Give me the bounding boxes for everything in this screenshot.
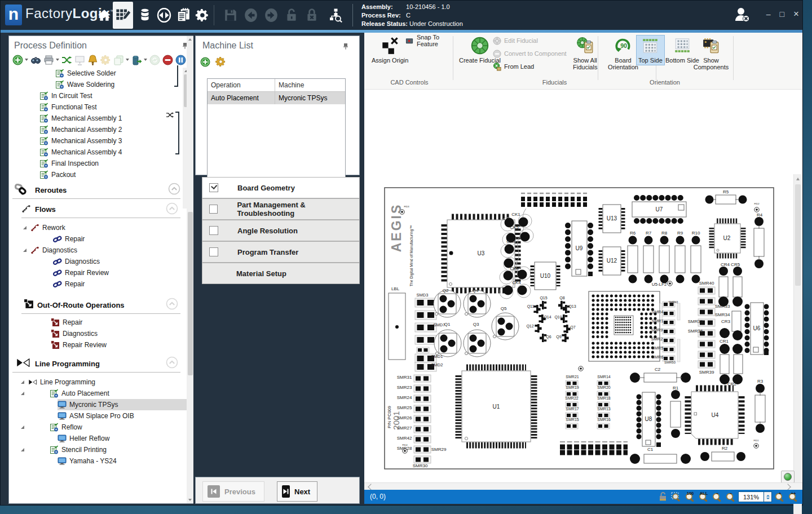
step-part-management-troubleshooting[interactable]: Part Management & Troubleshooting [202,198,360,220]
zoom-all-icon[interactable]: ALL [698,491,709,503]
machine-settings-button[interactable] [215,56,226,67]
zoom-out-icon[interactable]: − [725,491,736,503]
home-icon[interactable] [95,6,113,24]
user-logout-icon[interactable] [732,5,752,24]
reroute-link-item[interactable]: Repair [53,233,85,245]
out-of-route-item[interactable]: Repair Review [51,339,107,351]
flow-group-item[interactable]: Rework [23,222,65,233]
shuffle-icon[interactable] [61,54,72,65]
stop-icon[interactable] [162,54,173,65]
step-checkbox[interactable] [209,183,218,192]
process-tree-item[interactable]: Final Inspection [39,158,99,169]
zoom-out-slow-icon[interactable]: − [711,491,723,503]
expander-icon[interactable] [20,391,25,396]
step-checkbox[interactable] [209,247,218,256]
show-components-button[interactable]: Show Components [690,35,732,72]
cad-canvas[interactable]: U3U9U10U13U12U7U2U6U8U4U1R5R4R6R7R8R9R10… [364,90,802,482]
process-tree-item[interactable]: Selective Solder [55,68,116,79]
zoom-stepper[interactable] [764,491,772,502]
previous-button[interactable]: Previous [202,481,264,502]
lp-tree-item[interactable]: Yamaha - YS24 [58,455,117,467]
out-of-route-item[interactable]: Repair [51,317,82,328]
canvas-hscrollbar[interactable] [364,482,802,490]
production-icon[interactable] [155,6,173,24]
documents-icon[interactable] [174,6,192,24]
step-checkbox[interactable] [209,205,218,214]
expander-icon[interactable] [20,447,25,452]
step-board-geometry[interactable]: Board Geometry [202,177,360,198]
lp-tree-item[interactable]: ASM Siplace Pro OIB [58,410,134,422]
process-tree-item[interactable]: Packout [39,169,76,180]
reroute-link-item[interactable]: Repair Review [53,267,109,278]
sync-icon[interactable] [149,54,160,65]
process-tree-item[interactable]: Wave Soldering [55,79,114,90]
copy-icon[interactable] [113,54,129,65]
lp-tree-item[interactable]: Heller Reflow [58,433,109,444]
expander-icon[interactable] [20,380,25,384]
process-tree-item[interactable]: Mechanical Assembly 2 [39,124,122,135]
out-of-route-header[interactable]: Out-Of-Route Operations [37,301,125,309]
lp-tree-item[interactable]: Mycronic TPSys [58,399,189,410]
snap-to-feature-button[interactable]: Snap To Feature [405,35,452,46]
print-icon[interactable] [43,54,59,65]
flows-collapse-button[interactable] [166,202,178,215]
materials-icon[interactable] [136,6,154,24]
next-button[interactable]: Next [277,481,317,502]
maximize-button[interactable]: □ [780,10,784,19]
lp-collapse-button[interactable] [166,356,178,369]
process-tree-item[interactable]: Mechanical Assembly 1 [39,113,122,124]
step-program-transfer[interactable]: Program Transfer [202,241,360,263]
zoom-level-input[interactable]: 131% [738,491,764,502]
out-of-route-item[interactable]: Diagnostics [51,328,98,339]
bell-icon[interactable] [87,54,98,65]
reroute-link-item[interactable]: Repair [53,278,85,290]
add-operation-icon[interactable] [12,54,28,65]
panel-scrollbar[interactable] [187,36,193,503]
lp-tree-item[interactable]: Line Programming [20,376,95,388]
from-lead-button[interactable]: From Lead [493,61,534,72]
presentation-icon[interactable] [74,54,85,65]
minimize-button[interactable]: – [766,10,771,19]
settings-gear-icon[interactable] [193,6,211,24]
show-all-fiducials-button[interactable]: Show All Fiducials [571,35,599,72]
step-angle-resolution[interactable]: Angle Resolution [202,220,360,241]
expander-icon[interactable] [23,225,27,230]
close-button[interactable]: × [793,8,799,20]
canvas-vscrollbar[interactable] [793,174,802,514]
settings-icon[interactable] [100,54,111,65]
expander-icon[interactable] [23,248,27,252]
process-tree-item[interactable]: Mechanical Assembly 4 [39,147,122,158]
edit-fiducial-button[interactable]: Edit Fiducial [493,35,538,46]
flow-group-item[interactable]: Diagnostics [23,245,77,256]
zoom-in-fast-icon[interactable]: ++ [787,491,799,503]
find-icon[interactable] [30,54,41,65]
process-tree-item[interactable]: In Circuit Test [39,90,92,101]
oor-collapse-button[interactable] [166,298,178,310]
process-tree-item[interactable]: Functional Test [39,101,97,113]
process-audit-icon[interactable] [326,6,345,24]
process-tree-item[interactable]: Mechanical Assembly 3 [39,135,122,147]
canvas-refresh-button[interactable] [781,471,795,483]
flows-header[interactable]: Flows [35,205,56,214]
expander-icon[interactable] [20,425,25,429]
step-material-setup[interactable]: Material Setup [202,263,360,284]
lp-tree-item[interactable]: Auto Placement [20,388,109,399]
top-side-button[interactable]: Top Side [636,35,665,65]
reroute-link-item[interactable]: Diagnostics [53,256,100,267]
pause-icon[interactable] [175,54,186,65]
machine-table-row[interactable]: Auto PlacementMycronic TPSys [208,92,345,104]
reroutes-collapse-button[interactable] [168,183,180,195]
assign-origin-button[interactable]: Assign Origin [369,35,411,65]
convert-to-component-button[interactable]: Convert to Component [493,48,567,59]
zoom-window-icon[interactable] [670,491,682,503]
line-programming-header[interactable]: Line Programming [35,360,100,368]
pin-icon[interactable] [342,42,349,49]
machine-table-header[interactable]: OperationMachine [208,79,345,92]
step-checkbox[interactable] [209,226,218,235]
zoom-100-icon[interactable]: 100 [684,491,696,503]
lp-tree-item[interactable]: Stencil Printing [20,444,107,455]
reroutes-header[interactable]: Reroutes [35,186,67,194]
process-definition-tab-icon[interactable] [113,2,133,29]
delete-icon[interactable] [131,54,147,65]
pan-lock-icon[interactable] [657,491,669,503]
